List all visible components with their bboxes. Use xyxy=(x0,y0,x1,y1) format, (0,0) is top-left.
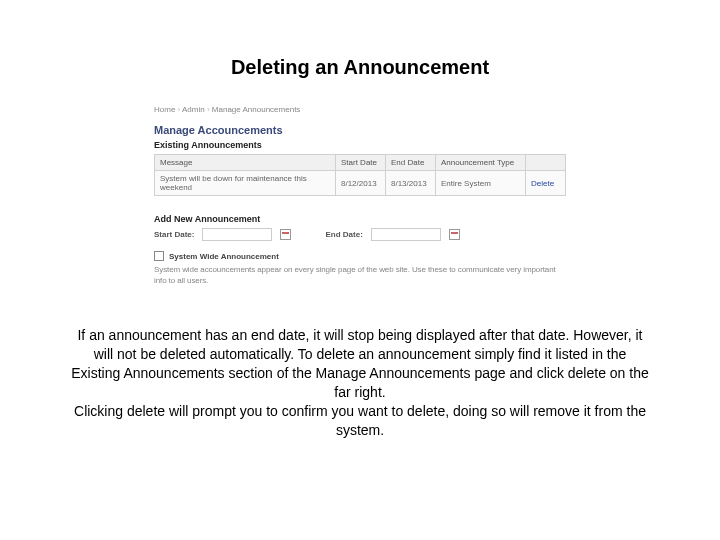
col-start: Start Date xyxy=(336,155,386,171)
body-p2: Clicking delete will prompt you to confi… xyxy=(70,402,650,440)
system-wide-label: System Wide Announcement xyxy=(169,252,279,261)
announcements-table: Message Start Date End Date Announcement… xyxy=(154,154,566,196)
embedded-screenshot: Home › Admin › Manage Announcements Mana… xyxy=(154,105,566,286)
add-heading: Add New Announcement xyxy=(154,214,566,224)
slide-title: Deleting an Announcement xyxy=(0,0,720,79)
cell-end: 8/13/2013 xyxy=(386,171,436,196)
breadcrumb-home[interactable]: Home xyxy=(154,105,175,114)
col-type: Announcement Type xyxy=(436,155,526,171)
date-row: Start Date: End Date: xyxy=(154,228,566,241)
calendar-icon[interactable] xyxy=(280,229,291,240)
start-date-label: Start Date: xyxy=(154,230,194,239)
delete-link[interactable]: Delete xyxy=(531,179,554,188)
existing-heading: Existing Announcements xyxy=(154,140,566,150)
cell-start: 8/12/2013 xyxy=(336,171,386,196)
breadcrumb: Home › Admin › Manage Announcements xyxy=(154,105,566,114)
table-row: System will be down for maintenance this… xyxy=(155,171,566,196)
breadcrumb-admin[interactable]: Admin xyxy=(182,105,205,114)
slide-body: If an announcement has an end date, it w… xyxy=(70,326,650,439)
table-header-row: Message Start Date End Date Announcement… xyxy=(155,155,566,171)
page-heading: Manage Accouncements xyxy=(154,124,566,136)
breadcrumb-current: Manage Announcements xyxy=(212,105,301,114)
end-date-label: End Date: xyxy=(325,230,362,239)
col-action xyxy=(526,155,566,171)
start-date-input[interactable] xyxy=(202,228,272,241)
cell-message: System will be down for maintenance this… xyxy=(155,171,336,196)
calendar-icon[interactable] xyxy=(449,229,460,240)
system-wide-help: System wide accouncements appear on ever… xyxy=(154,264,566,286)
system-wide-checkbox[interactable] xyxy=(154,251,164,261)
col-end: End Date xyxy=(386,155,436,171)
end-date-input[interactable] xyxy=(371,228,441,241)
col-message: Message xyxy=(155,155,336,171)
cell-type: Entire System xyxy=(436,171,526,196)
body-p1: If an announcement has an end date, it w… xyxy=(70,326,650,402)
